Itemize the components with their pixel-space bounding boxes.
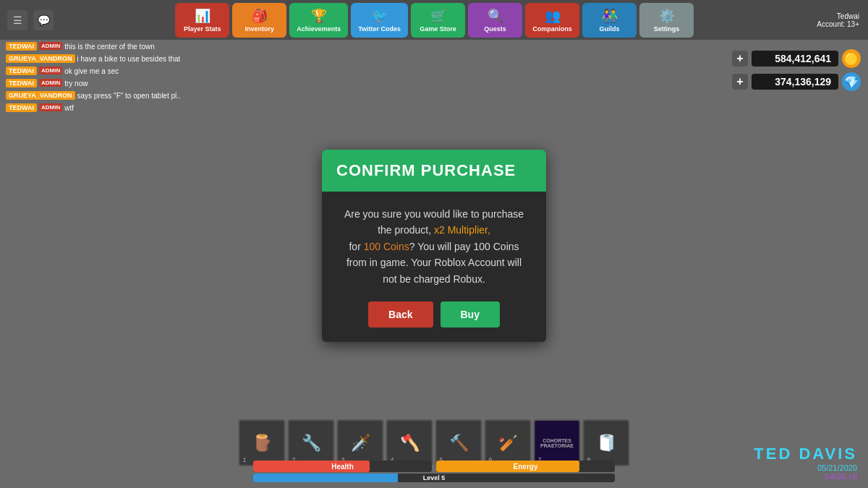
bars-container: Health Energy Level 5 — [253, 461, 615, 482]
hotbar-slot-4[interactable]: 🪓 4 — [386, 419, 433, 466]
top-left-icons: ☰ 💬 — [0, 4, 61, 36]
nav-game-store-label: Game Store — [420, 25, 456, 33]
nav-achievements[interactable]: 🏆 Achievements — [289, 3, 348, 38]
nav-inventory-label: Inventory — [244, 25, 274, 33]
price: 100 Coins — [364, 241, 409, 252]
slot-8-icon: 🧻 — [597, 434, 616, 453]
slot-7-bg: COHORTESPRAETORIAE — [535, 421, 579, 465]
top-bar: ☰ 💬 📊 Player Stats 🎒 Inventory 🏆 Achieve… — [0, 0, 868, 40]
username: Tedwai — [817, 12, 859, 20]
hotbar-slot-8[interactable]: 🧻 8 — [583, 419, 630, 466]
player-stats-icon: 📊 — [195, 8, 210, 24]
menu-icon[interactable]: ☰ — [7, 10, 27, 30]
twitter-icon: 🐦 — [372, 8, 388, 24]
nav-player-stats-label: Player Stats — [184, 25, 221, 33]
modal-body: Are you sure you would like to purchase … — [322, 192, 546, 342]
user-info: Tedwai Account: 13+ — [808, 8, 868, 33]
health-label: Health — [331, 463, 354, 471]
player-date: 05/21/2020 — [754, 463, 857, 472]
ui-label: SAGE UI — [754, 472, 857, 481]
energy-bar-fill — [436, 461, 579, 472]
level-bar-container: Level 5 — [253, 474, 615, 482]
nav-buttons: 📊 Player Stats 🎒 Inventory 🏆 Achievement… — [61, 0, 808, 40]
guilds-icon: 👫 — [602, 8, 618, 24]
level-label: Level 5 — [423, 474, 446, 481]
modal-overlay: CONFIRM PURCHASE Are you sure you would … — [0, 40, 868, 452]
modal-buttons: Back Buy — [339, 301, 529, 328]
hotbar-slot-2[interactable]: 🔧 2 — [288, 419, 335, 466]
nav-settings[interactable]: ⚙️ Settings — [639, 3, 694, 38]
slot-7-text: COHORTESPRAETORIAE — [540, 438, 574, 448]
slot-4-icon: 🪓 — [400, 434, 420, 453]
hotbar-slot-5[interactable]: 🔨 5 — [435, 419, 482, 466]
nav-twitter-codes[interactable]: 🐦 Twitter Codes — [351, 3, 408, 38]
hotbar-slot-7[interactable]: COHORTESPRAETORIAE 7 — [534, 419, 581, 466]
modal-header: CONFIRM PURCHASE — [322, 150, 546, 192]
slot-1-num: 1 — [243, 456, 247, 463]
quests-icon: 🔍 — [488, 8, 503, 24]
achievements-icon: 🏆 — [311, 8, 327, 24]
level-bar-track: Level 5 — [253, 474, 615, 482]
health-bar-track: Health — [253, 461, 432, 472]
companions-icon: 👥 — [545, 8, 561, 24]
hotbar-slot-6[interactable]: 🏏 6 — [485, 419, 532, 466]
buy-button[interactable]: Buy — [441, 301, 500, 328]
energy-bar-track: Energy — [436, 461, 615, 472]
slot-2-icon: 🔧 — [302, 434, 321, 453]
hotbar-slot-1[interactable]: 🪵 1 — [239, 419, 286, 466]
hotbar: 🪵 1 🔧 2 🗡️ 3 🪓 4 🔨 5 🏏 6 COHORTESPRAETOR… — [239, 419, 630, 466]
nav-settings-label: Settings — [654, 25, 680, 33]
slot-1-icon: 🪵 — [252, 434, 272, 453]
level-bar-fill — [253, 474, 398, 482]
nav-companions-label: Companions — [532, 25, 572, 33]
nav-player-stats[interactable]: 📊 Player Stats — [175, 3, 229, 38]
player-name: TED DAVIS — [754, 445, 857, 463]
nav-companions[interactable]: 👥 Companions — [525, 3, 579, 38]
account-info: Account: 13+ — [817, 20, 859, 28]
nav-inventory[interactable]: 🎒 Inventory — [232, 3, 286, 38]
slot-3-icon: 🗡️ — [351, 434, 370, 453]
nav-guilds-label: Guilds — [600, 25, 620, 33]
energy-label: Energy — [514, 463, 538, 471]
product-name: x2 Multiplier, — [434, 224, 490, 236]
slot-6-icon: 🏏 — [498, 434, 518, 453]
inventory-icon: 🎒 — [252, 8, 268, 24]
nav-achievements-label: Achievements — [297, 25, 341, 33]
modal-title: CONFIRM PURCHASE — [336, 161, 532, 180]
nav-quests[interactable]: 🔍 Quests — [468, 3, 522, 38]
settings-icon: ⚙️ — [659, 8, 675, 24]
hotbar-slot-3[interactable]: 🗡️ 3 — [337, 419, 384, 466]
nav-quests-label: Quests — [484, 25, 506, 33]
health-energy-row: Health Energy — [253, 461, 615, 472]
player-name-display: TED DAVIS 05/21/2020 SAGE UI — [754, 445, 857, 481]
confirm-purchase-modal: CONFIRM PURCHASE Are you sure you would … — [322, 150, 546, 342]
nav-guilds[interactable]: 👫 Guilds — [582, 3, 637, 38]
game-store-icon: 🛒 — [430, 8, 446, 24]
chat-icon[interactable]: 💬 — [33, 10, 54, 30]
nav-twitter-label: Twitter Codes — [358, 25, 401, 33]
modal-description: Are you sure you would like to purchase … — [339, 206, 529, 287]
slot-5-icon: 🔨 — [449, 434, 469, 453]
back-button[interactable]: Back — [368, 301, 433, 328]
nav-game-store[interactable]: 🛒 Game Store — [411, 3, 465, 38]
